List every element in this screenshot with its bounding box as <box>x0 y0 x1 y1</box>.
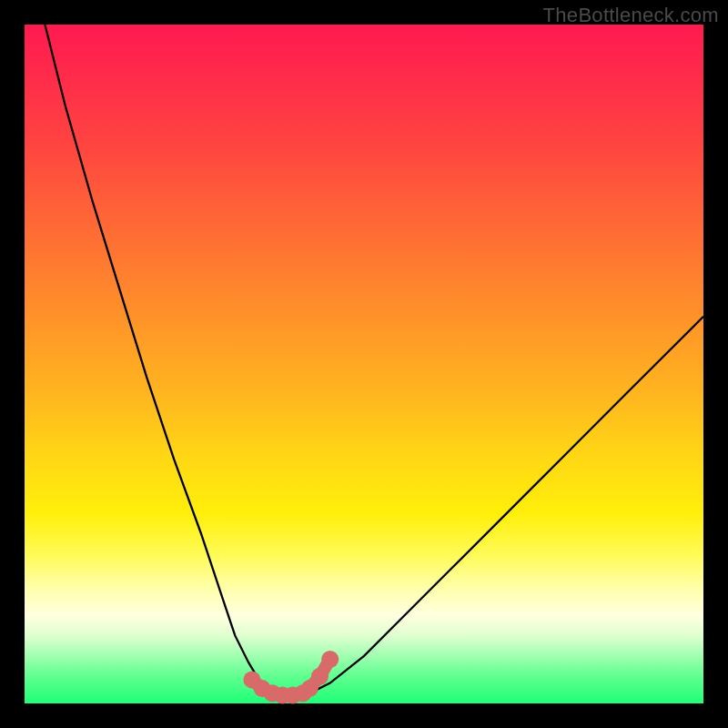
watermark-label: TheBottleneck.com <box>543 4 719 27</box>
bottom-marker-dot <box>311 668 329 685</box>
left-curve <box>45 25 282 697</box>
right-curve <box>296 317 703 697</box>
bottom-marker-dot <box>321 651 339 668</box>
chart-svg <box>0 0 728 728</box>
